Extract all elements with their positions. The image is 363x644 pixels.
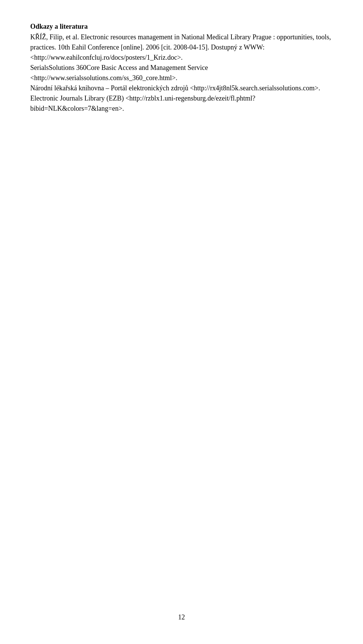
- references-section: Odkazy a literatura KŘÍŽ, Filip, et al. …: [30, 23, 333, 114]
- reference-1: KŘÍŽ, Filip, et al. Electronic resources…: [30, 32, 333, 63]
- page-number: 12: [0, 613, 363, 621]
- section-heading: Odkazy a literatura: [30, 23, 333, 31]
- reference-2: SerialsSolutions 360Core Basic Access an…: [30, 63, 333, 83]
- reference-3: Národní lékařská knihovna – Portál elekt…: [30, 83, 333, 93]
- reference-4: Electronic Journals Library (EZB) <http:…: [30, 93, 333, 114]
- references-block: KŘÍŽ, Filip, et al. Electronic resources…: [30, 32, 333, 114]
